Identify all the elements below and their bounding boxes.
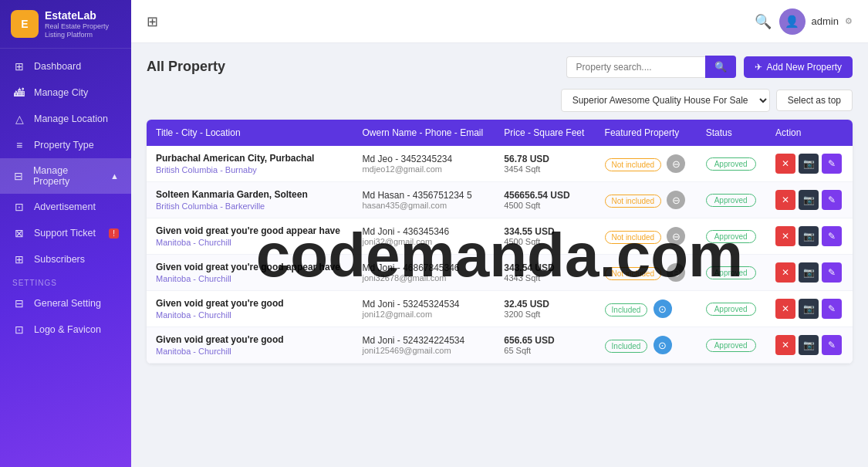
sidebar-item-advertisement[interactable]: ⊡ Advertisement (0, 194, 131, 220)
view-button-0[interactable]: 📷 (799, 154, 819, 174)
property-sqft: 3454 Sqft (504, 164, 586, 174)
delete-button-1[interactable]: ✕ (775, 190, 795, 210)
settings-label-logo-favicon: Logo & Favicon (34, 324, 101, 335)
sidebar-item-support-ticket[interactable]: ⊠ Support Ticket ! (0, 220, 131, 246)
sidebar-item-manage-city[interactable]: 🏙 Manage City (0, 80, 131, 106)
nav-icon-support-ticket: ⊠ (12, 227, 26, 239)
cell-price-1: 456656.54 USD 4500 Sqft (495, 182, 595, 218)
sidebar-item-manage-property[interactable]: ⊟ Manage Property ▲ (0, 158, 131, 194)
nav-label-manage-location: Manage Location (34, 113, 108, 124)
nav-label-advertisement: Advertisement (34, 201, 96, 212)
action-buttons: ✕ 📷 ✎ (775, 335, 843, 355)
table-row: Given void great you're good appear have… (147, 255, 853, 291)
featured-toggle-1[interactable]: ⊖ (667, 191, 685, 209)
property-sqft: 65 Sqft (504, 346, 586, 355)
cell-price-3: 343.54 USD 4343 Sqft (495, 255, 595, 291)
property-title: Given void great you're good (156, 334, 343, 345)
property-title: Solteen Kanmaria Garden, Solteen (156, 189, 343, 200)
featured-badge: Not included (605, 195, 662, 208)
col-action: Action (766, 120, 853, 146)
logo-area: E EstateLab Real Estate Property Listing… (0, 0, 131, 49)
featured-toggle-2[interactable]: ⊖ (667, 227, 685, 245)
settings-label-general-setting: General Setting (34, 298, 101, 309)
property-sqft: 4500 Sqft (504, 237, 586, 246)
property-location: Manitoba - Churchill (156, 274, 343, 283)
action-buttons: ✕ 📷 ✎ (775, 262, 843, 283)
owner-name: Md Hasan - 4356751234 5 (362, 190, 485, 201)
featured-toggle-4[interactable]: ⊙ (654, 299, 672, 318)
owner-email: mdjeo12@gmail.com (362, 164, 485, 174)
header-right: 🔍 ✈ Add New Property (566, 56, 853, 78)
nav-label-manage-property: Manage Property (33, 165, 103, 187)
settings-item-general-setting[interactable]: ⊟ General Setting (0, 290, 131, 316)
property-table-wrap: Title - City - Location Owern Name - Pho… (147, 120, 853, 364)
status-badge: Approved (706, 303, 756, 316)
delete-button-0[interactable]: ✕ (775, 154, 795, 174)
property-location: Manitoba - Churchill (156, 310, 343, 320)
cell-action-5: ✕ 📷 ✎ (766, 327, 853, 364)
edit-button-3[interactable]: ✎ (822, 262, 842, 283)
cell-owner-3: Md Joni - 46867845346 joni32678@gmail.co… (353, 255, 495, 291)
cell-owner-4: Md Joni - 53245324534 joni12@gmail.com (353, 291, 495, 327)
search-button[interactable]: 🔍 (705, 56, 736, 78)
sidebar-item-subscribers[interactable]: ⊞ Subscribers (0, 246, 131, 272)
admin-name: admin (812, 15, 839, 27)
property-filter-select[interactable]: Superior Awesome Quality House For Sale (561, 89, 770, 112)
edit-button-1[interactable]: ✎ (822, 190, 842, 210)
property-price: 32.45 USD (504, 299, 586, 310)
cell-status-3: Approved (697, 255, 766, 291)
cell-price-2: 334.55 USD 4500 Sqft (495, 218, 595, 255)
expand-icon[interactable]: ⊞ (147, 13, 158, 30)
sidebar-item-property-type[interactable]: ≡ Property Type (0, 132, 131, 158)
delete-button-5[interactable]: ✕ (775, 335, 795, 355)
sidebar-item-manage-location[interactable]: △ Manage Location (0, 106, 131, 132)
edit-button-0[interactable]: ✎ (822, 154, 842, 174)
settings-icon-logo-favicon: ⊡ (12, 323, 26, 336)
logo-title: EstateLab (45, 9, 120, 22)
view-button-1[interactable]: 📷 (799, 190, 819, 210)
featured-toggle-3[interactable]: ⊖ (667, 263, 685, 282)
delete-button-3[interactable]: ✕ (775, 262, 795, 283)
settings-label: SETTINGS (0, 272, 131, 290)
topbar-search-icon[interactable]: 🔍 (755, 13, 772, 30)
cell-action-2: ✕ 📷 ✎ (766, 218, 853, 255)
view-button-5[interactable]: 📷 (799, 335, 819, 355)
owner-name: Md Jeo - 3452345234 (362, 154, 485, 164)
owner-email: joni32678@gmail.com (362, 273, 485, 283)
cell-title-4: Given void great you're good Manitoba - … (147, 291, 353, 327)
property-price: 334.55 USD (504, 226, 586, 237)
property-title: Given void great you're good appear have (156, 262, 343, 272)
topbar-admin[interactable]: 👤 admin ⚙ (779, 8, 853, 35)
edit-button-4[interactable]: ✎ (822, 299, 842, 319)
property-search-input[interactable] (566, 56, 705, 78)
property-price: 656.65 USD (504, 335, 586, 346)
nav-label-property-type: Property Type (34, 140, 94, 151)
delete-button-4[interactable]: ✕ (775, 299, 795, 319)
property-price: 456656.54 USD (504, 190, 586, 201)
cell-featured-3: Not included ⊖ (596, 255, 697, 291)
settings-item-logo-favicon[interactable]: ⊡ Logo & Favicon (0, 316, 131, 343)
view-button-2[interactable]: 📷 (799, 226, 819, 246)
cell-status-1: Approved (697, 182, 766, 218)
featured-toggle-5[interactable]: ⊙ (654, 336, 672, 354)
cell-status-5: Approved (697, 327, 766, 364)
featured-badge: Not included (605, 158, 662, 171)
featured-toggle-0[interactable]: ⊖ (667, 154, 685, 173)
col-status: Status (697, 120, 766, 146)
sidebar-item-dashboard[interactable]: ⊞ Dashboard (0, 53, 131, 80)
view-button-3[interactable]: 📷 (799, 262, 819, 283)
table-row: Given void great you're good Manitoba - … (147, 327, 853, 364)
edit-button-5[interactable]: ✎ (822, 335, 842, 355)
view-button-4[interactable]: 📷 (799, 299, 819, 319)
nav-arrow-manage-property: ▲ (110, 171, 119, 181)
featured-badge: Not included (605, 267, 662, 280)
owner-email: joni12@gmail.com (362, 310, 485, 319)
delete-button-2[interactable]: ✕ (775, 226, 795, 246)
add-property-button[interactable]: ✈ Add New Property (744, 56, 853, 78)
select-top-button[interactable]: Select as top (776, 90, 853, 111)
nav-icon-manage-city: 🏙 (12, 86, 26, 99)
nav-label-subscribers: Subscribers (34, 254, 85, 265)
edit-button-2[interactable]: ✎ (822, 226, 842, 246)
cell-featured-5: Included ⊙ (596, 327, 697, 364)
featured-badge: Included (605, 340, 648, 353)
